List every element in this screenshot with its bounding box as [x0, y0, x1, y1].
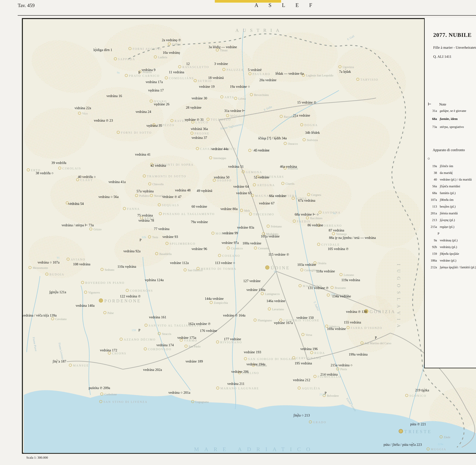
map-point-label[interactable]: 3 vedráne: [214, 62, 228, 66]
map-point-label[interactable]: vedrána 51: [228, 164, 244, 169]
map-point-label[interactable]: vędráne 167a: [274, 321, 293, 325]
map-point-label[interactable]: vedrána 140a: [76, 304, 95, 307]
map-point-label[interactable]: 42 vedrána: [151, 163, 166, 168]
map-point-label[interactable]: śčúu̯a [?] / lę́dih 34a: [258, 136, 287, 140]
map-point-label[interactable]: 219 ti̯ę́tka: [415, 388, 429, 392]
map-point-label[interactable]: vedrána 41a: [108, 180, 126, 184]
map-point-label[interactable]: vedrána 196: [300, 347, 318, 351]
map-point-label[interactable]: 86 vedráne: [307, 223, 323, 227]
map-point-label[interactable]: 5 vedránë: [248, 68, 262, 72]
map-point-label[interactable]: vedrána 92a: [123, 249, 141, 253]
map-point-label[interactable]: vedrána 161: [149, 315, 166, 319]
map-point-label[interactable]: vedráne 83a: [237, 225, 254, 230]
map-point-label[interactable]: vëdránä 36a: [191, 127, 208, 131]
map-point-label[interactable]: vedráne 65: [236, 191, 252, 195]
map-point-label[interactable]: 118a vedráne: [316, 269, 335, 273]
map-point-label[interactable]: vędráne 26: [154, 102, 169, 106]
map-point-label[interactable]: 20a vedráne: [259, 78, 276, 82]
map-point-label[interactable]: vedrána 212: [293, 378, 310, 382]
map-point-label[interactable]: 214 vedrána: [320, 372, 338, 376]
map-point-label[interactable]: vędrána 124a: [145, 278, 164, 282]
map-point-label[interactable]: 134a vedráne: [332, 294, 351, 298]
map-point-label[interactable]: lę́idiga dírn 1: [93, 48, 112, 52]
map-point-label[interactable]: 79a vedráne: [191, 220, 208, 224]
map-point-label[interactable]: 146a vedráne: [266, 299, 285, 303]
map-point-label[interactable]: 169a vedráne: [327, 327, 346, 331]
map-point-label[interactable]: vedrána 37: [192, 136, 207, 140]
map-point-label[interactable]: púta / ʃitéla / púta vę́ča 223: [384, 443, 422, 447]
map-point-label[interactable]: 113 vedráne ○: [215, 261, 235, 265]
map-point-label[interactable]: 131 vedráne ℗: [308, 286, 329, 290]
map-point-label[interactable]: 2a vedránǫ ℗: [162, 38, 181, 42]
map-point-label[interactable]: 19a vedráne ○: [230, 85, 250, 88]
map-point-label[interactable]: vedrána ○ 56a: [98, 195, 119, 199]
map-point-label[interactable]: ʃitę́ʼa 187: [53, 359, 66, 363]
map-point-label[interactable]: 87 vedrána: [329, 228, 344, 232]
map-point-label[interactable]: puśtóta ℗ 209a: [89, 386, 110, 390]
map-point-label[interactable]: vedráne 175a: [177, 336, 196, 340]
map-point-label[interactable]: 177 vedráne: [224, 337, 241, 341]
map-point-label[interactable]: vedrána ℗ 23: [94, 118, 113, 123]
map-point-label[interactable]: P: [138, 328, 141, 332]
map-point-label[interactable]: vedráne 30: [192, 96, 207, 100]
map-point-label[interactable]: vedráne 97a: [222, 241, 239, 245]
map-point-label[interactable]: 176 vedráne: [200, 328, 217, 333]
map-point-label[interactable]: vedrána 9: [142, 68, 155, 72]
map-point-label[interactable]: vedráne 206: [231, 370, 249, 374]
map-point-label[interactable]: vedrána 24: [136, 110, 151, 114]
map-point-label[interactable]: 52 vedráne: [254, 175, 269, 179]
map-point-label[interactable]: vędrána 17: [148, 88, 164, 92]
map-point-label[interactable]: 11 vedrána: [169, 70, 184, 74]
map-point-label[interactable]: 199a vedrána: [349, 352, 368, 356]
map-point-label[interactable]: vędráne ℗ 31: [185, 117, 204, 122]
map-point-label[interactable]: P: [325, 391, 327, 395]
map-point-label[interactable]: 105 vedrána ℗: [328, 247, 348, 251]
map-point-label[interactable]: vedráne 67: [259, 201, 274, 205]
map-point-label[interactable]: vedrána / stérpa ⊢ 73a: [62, 223, 94, 227]
map-point-label[interactable]: 40 vedríϑa ○: [78, 175, 96, 179]
map-point-label[interactable]: 46a vedrána: [280, 164, 297, 169]
map-point-label[interactable]: 115 vedráne ℗: [268, 252, 289, 256]
map-point-label[interactable]: ʃitę́la ○ 213: [293, 413, 310, 417]
map-point-label[interactable]: vedrána 78: [138, 218, 154, 222]
map-point-label[interactable]: vedrána ○ 107a: [38, 260, 60, 264]
map-point-label[interactable]: vedrána 172: [100, 348, 117, 352]
map-point-label[interactable]: vedrána ℗ 138: [346, 309, 367, 314]
map-point-label[interactable]: vedráne 64: [233, 184, 249, 189]
map-point-label[interactable]: 101a vedráne: [261, 234, 280, 238]
map-point-label[interactable]: vedráne 193: [244, 350, 261, 354]
map-point-label[interactable]: 144a vedráne: [205, 296, 224, 301]
map-point-label[interactable]: 127 vedráne: [243, 279, 260, 283]
map-point-label[interactable]: 100a vedráne: [242, 241, 261, 245]
map-point-label[interactable]: vedráne 80a: [220, 207, 238, 211]
map-point-label[interactable]: vedráne 130a: [247, 288, 265, 292]
map-point-label[interactable]: 60 vedráne: [192, 204, 207, 209]
map-point-label[interactable]: vedrána 202a: [143, 368, 162, 372]
map-point-label[interactable]: 215a vedrána ○: [331, 363, 353, 367]
map-point-label[interactable]: vedráne 150: [296, 316, 314, 320]
map-point-label[interactable]: vedráne ℗ 164a: [223, 313, 245, 317]
map-point-label[interactable]: vedráne 96: [192, 247, 207, 251]
map-point-label[interactable]: ʃgirę́la 121a: [49, 290, 66, 294]
map-point-label[interactable]: vedráne 189: [185, 359, 203, 363]
map-point-label[interactable]: 10a vedránǫ: [163, 51, 180, 55]
map-point-label[interactable]: vedrána 211: [227, 381, 244, 386]
map-point-label[interactable]: 110a vędrána: [118, 264, 136, 268]
map-point-label[interactable]: vedráne ℗ 47: [162, 195, 182, 199]
map-point-label[interactable]: P: [375, 336, 377, 340]
map-point-label[interactable]: vedrána 50: [214, 175, 229, 179]
map-point-label[interactable]: 119a vedrána: [341, 278, 360, 282]
map-point-label[interactable]: 67a vedrána: [298, 198, 315, 202]
map-point-label[interactable]: 45 vedráne: [254, 148, 269, 152]
map-point-label[interactable]: vedráne 44a: [211, 147, 228, 151]
map-point-label[interactable]: vedrána / véča tóʃa 139a: [22, 313, 57, 317]
map-point-label[interactable]: vedrána 17a: [146, 80, 163, 84]
map-point-label[interactable]: vedrána 16: [107, 94, 122, 98]
map-point-label[interactable]: 49 vędránä: [197, 189, 212, 193]
map-point-label[interactable]: vedrána 41: [135, 152, 151, 157]
map-point-label[interactable]: vedráne 112a: [170, 261, 189, 265]
map-point-label[interactable]: 77 vedrána: [154, 227, 169, 231]
map-point-label[interactable]: 3a léidiχ — vedráne: [209, 45, 237, 49]
map-point-label[interactable]: 195 vedrána: [295, 361, 312, 365]
map-point-label[interactable]: 7a lę́dək: [339, 70, 351, 74]
